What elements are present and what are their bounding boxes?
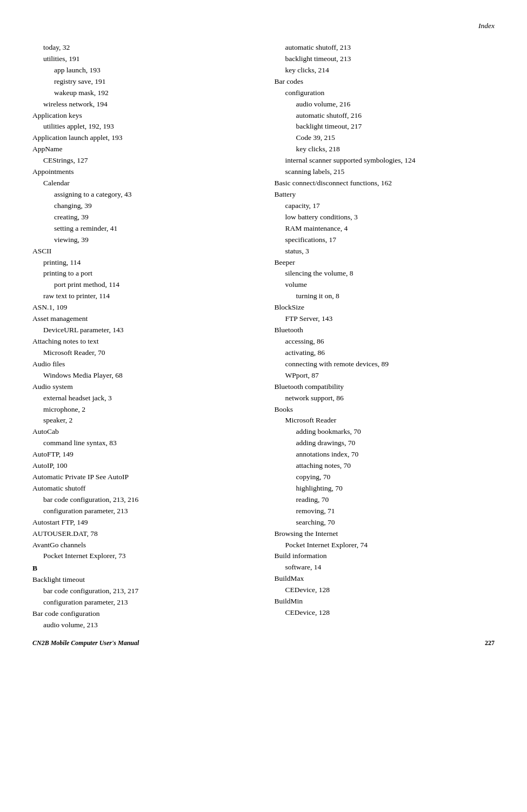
index-entry: DeviceURL parameter, 143 [43, 325, 253, 336]
index-entry: ASN.1, 109 [32, 302, 253, 313]
index-entry: assigning to a category, 43 [54, 189, 253, 200]
index-entry: specifications, 17 [285, 234, 495, 246]
index-entry: activating, 86 [285, 347, 495, 359]
index-entry: Automatic Private IP See AutoIP [32, 472, 253, 483]
index-entry: Bluetooth [275, 325, 495, 336]
index-entry: Build information [275, 551, 495, 562]
footer-page-number: 227 [485, 639, 495, 647]
index-entry: reading, 70 [296, 494, 495, 506]
index-entry: internal scanner supported symbologies, … [285, 155, 495, 166]
index-entry: printing to a port [43, 268, 253, 279]
index-entry: configuration parameter, 213 [43, 506, 253, 517]
index-entry: AppName [32, 144, 253, 155]
index-entry: Bar code configuration [32, 608, 253, 620]
index-entry: AvantGo channels [32, 540, 253, 551]
index-entry: Application keys [32, 110, 253, 122]
index-entry: backlight timeout, 213 [285, 53, 495, 65]
index-entry: today, 32 [43, 42, 253, 53]
index-entry: BuildMax [275, 573, 495, 585]
index-entry: setting a reminder, 41 [54, 223, 253, 234]
index-entry: capacity, 17 [285, 200, 495, 212]
footer-manual-title: CN2B Mobile Computer User's Manual [32, 639, 139, 647]
index-entry: Pocket Internet Explorer, 73 [43, 551, 253, 562]
index-entry: Autostart FTP, 149 [32, 517, 253, 528]
index-entry: changing, 39 [54, 200, 253, 212]
index-entry: status, 3 [285, 246, 495, 257]
index-entry: Application launch applet, 193 [32, 132, 253, 144]
index-entry: port print method, 114 [54, 279, 253, 291]
index-entry: backlight timeout, 217 [296, 121, 495, 132]
index-entry: WPport, 87 [285, 370, 495, 381]
index-entry: volume [285, 279, 495, 291]
index-entry: Basic connect/disconnect functions, 162 [275, 178, 495, 189]
index-entry: adding drawings, 70 [296, 438, 495, 449]
index-entry: attaching notes, 70 [296, 460, 495, 472]
index-entry: silencing the volume, 8 [285, 268, 495, 279]
index-entry: highlighting, 70 [296, 483, 495, 494]
index-entry: AutoFTP, 149 [32, 449, 253, 460]
index-entry: utilities applet, 192, 193 [43, 121, 253, 132]
index-entry: FTP Server, 143 [285, 313, 495, 325]
index-entry: bar code configuration, 213, 216 [43, 494, 253, 506]
index-entry: Pocket Internet Explorer, 74 [285, 540, 495, 551]
index-entry: Calendar [43, 178, 253, 189]
index-entry: Microsoft Reader [285, 415, 495, 426]
index-entry: BlockSize [275, 302, 495, 313]
index-entry: creating, 39 [54, 212, 253, 223]
index-entry: utilities, 191 [43, 53, 253, 65]
index-entry: connecting with remote devices, 89 [285, 359, 495, 370]
index-entry: external headset jack, 3 [43, 393, 253, 404]
index-entry: key clicks, 218 [296, 144, 495, 155]
index-entry: CEStrings, 127 [43, 155, 253, 166]
index-entry: Beeper [275, 257, 495, 269]
index-entry: RAM maintenance, 4 [285, 223, 495, 234]
index-entry: Browsing the Internet [275, 528, 495, 540]
index-entry: Bar codes [275, 76, 495, 88]
index-entry: Audio system [32, 381, 253, 393]
index-entry: key clicks, 214 [285, 65, 495, 76]
right-column: automatic shutoff, 213backlight timeout,… [275, 42, 495, 631]
index-entry: annotations index, 70 [296, 449, 495, 460]
index-entry: Code 39, 215 [296, 132, 495, 144]
index-entry: audio volume, 213 [43, 620, 253, 631]
index-entry: Automatic shutoff [32, 483, 253, 494]
index-entry: Bluetooth compatibility [275, 381, 495, 393]
index-entry: configuration parameter, 213 [43, 597, 253, 608]
index-entry: viewing, 39 [54, 234, 253, 246]
index-entry: Windows Media Player, 68 [43, 370, 253, 381]
index-entry: Audio files [32, 359, 253, 370]
index-entry: audio volume, 216 [296, 99, 495, 110]
index-entry: raw text to printer, 114 [43, 291, 253, 302]
index-entry: software, 14 [285, 562, 495, 573]
index-entry: Attaching notes to text [32, 336, 253, 347]
index-entry: CEDevice, 128 [285, 607, 495, 619]
index-entry: scanning labels, 215 [285, 166, 495, 178]
index-entry: AUTOUSER.DAT, 78 [32, 528, 253, 540]
index-entry: automatic shutoff, 216 [296, 110, 495, 122]
index-entry: turning it on, 8 [296, 291, 495, 302]
index-entry: automatic shutoff, 213 [285, 42, 495, 53]
index-entry: speaker, 2 [43, 415, 253, 426]
index-entry: bar code configuration, 213, 217 [43, 586, 253, 597]
index-columns: today, 32utilities, 191app launch, 193re… [32, 42, 495, 631]
index-entry: low battery conditions, 3 [285, 212, 495, 223]
index-entry: Books [275, 404, 495, 415]
header-title: Index [478, 22, 495, 30]
index-entry: AutoCab [32, 426, 253, 438]
index-entry: adding bookmarks, 70 [296, 426, 495, 438]
index-entry: AutoIP, 100 [32, 460, 253, 472]
index-entry: configuration [285, 88, 495, 99]
index-entry: accessing, 86 [285, 336, 495, 347]
index-entry: CEDevice, 128 [285, 585, 495, 596]
left-column: today, 32utilities, 191app launch, 193re… [32, 42, 253, 631]
index-entry: copying, 70 [296, 472, 495, 483]
index-entry: Appointments [32, 166, 253, 178]
index-entry: removing, 71 [296, 506, 495, 517]
page-header: Index [32, 22, 495, 32]
index-entry: ASCII [32, 246, 253, 257]
index-entry: network support, 86 [285, 393, 495, 404]
index-entry: microphone, 2 [43, 404, 253, 415]
index-entry: wireless network, 194 [43, 99, 253, 110]
page: Index today, 32utilities, 191app launch,… [0, 0, 527, 663]
index-entry: registry save, 191 [54, 76, 253, 88]
